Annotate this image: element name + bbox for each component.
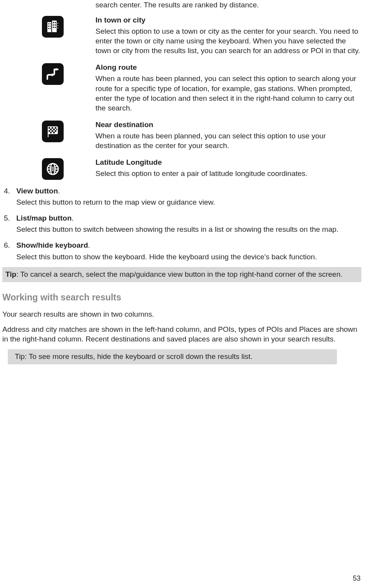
option-desc: Select this option to use a town or city… — [95, 26, 361, 55]
svg-rect-6 — [48, 28, 49, 29]
tip-box-more-results: Tip: To see more results, hide the keybo… — [8, 349, 337, 364]
section-heading: Working with search results — [2, 291, 361, 303]
svg-rect-3 — [50, 23, 50, 24]
step-title: Show/hide keyboard — [16, 241, 88, 249]
svg-rect-26 — [55, 130, 56, 132]
tip-label: Tip — [15, 352, 25, 360]
svg-rect-20 — [55, 127, 56, 129]
option-desc: Select this option to enter a pair of la… — [95, 169, 361, 178]
option-in-town: In town or city Select this option to us… — [2, 15, 361, 61]
option-near-destination: Near destination When a route has been p… — [2, 120, 361, 156]
svg-rect-29 — [48, 126, 49, 137]
svg-rect-11 — [55, 24, 56, 26]
step-desc: Select this button to switch between sho… — [16, 224, 361, 234]
paragraph: Address and city matches are shown in th… — [2, 324, 361, 344]
city-icon — [42, 16, 64, 38]
svg-rect-15 — [57, 25, 58, 26]
step-6: 6. Show/hide keyboard. Select this butto… — [2, 240, 361, 265]
tip-box-cancel-search: Tip: To cancel a search, select the map/… — [2, 267, 361, 282]
svg-rect-9 — [55, 22, 56, 23]
svg-rect-24 — [49, 130, 50, 132]
step-number: 5. — [2, 213, 16, 223]
step-number: 6. — [2, 240, 16, 250]
option-lat-long: Latitude Longitude Select this option to… — [2, 157, 361, 184]
intro-text: search center. The results are ranked by… — [95, 0, 361, 10]
globe-icon — [42, 158, 64, 180]
tip-text: : To cancel a search, select the map/gui… — [16, 270, 342, 278]
svg-rect-4 — [48, 26, 49, 27]
svg-rect-21 — [50, 129, 52, 130]
step-4: 4. View button. Select this button to re… — [2, 186, 361, 211]
svg-rect-2 — [48, 23, 49, 24]
step-desc: Select this button to show the keyboard.… — [16, 252, 361, 262]
step-5: 5. List/map button. Select this button t… — [2, 213, 361, 238]
svg-rect-10 — [53, 24, 54, 26]
svg-rect-8 — [53, 22, 54, 23]
option-desc: When a route has been planned, you can s… — [95, 131, 361, 150]
svg-rect-13 — [55, 27, 56, 28]
svg-rect-0 — [47, 22, 51, 32]
intro-row: search center. The results are ranked by… — [2, 0, 361, 14]
tip-label: Tip — [5, 270, 16, 278]
paragraph: Your search results are shown in two col… — [2, 309, 361, 319]
option-title: Near destination — [95, 120, 361, 129]
tip-text: : To see more results, hide the keyboard… — [25, 352, 253, 360]
option-along-route: Along route When a route has been planne… — [2, 62, 361, 118]
step-title: List/map button — [16, 214, 71, 222]
option-title: Latitude Longitude — [95, 157, 361, 167]
svg-rect-7 — [50, 28, 50, 29]
page-number: 53 — [353, 574, 361, 583]
svg-rect-5 — [50, 26, 50, 27]
svg-rect-23 — [56, 129, 57, 130]
svg-rect-22 — [53, 129, 55, 130]
option-title: Along route — [95, 62, 361, 72]
svg-rect-16 — [57, 28, 58, 28]
svg-rect-1 — [52, 21, 57, 32]
checkered-flag-icon — [42, 121, 64, 142]
svg-rect-27 — [50, 132, 52, 133]
svg-rect-19 — [52, 127, 53, 129]
svg-rect-28 — [53, 132, 55, 133]
step-desc: Select this button to return to the map … — [16, 197, 361, 207]
svg-rect-25 — [52, 130, 53, 132]
svg-rect-18 — [49, 127, 50, 129]
route-icon — [42, 63, 64, 85]
step-number: 4. — [2, 186, 16, 196]
page: search center. The results are ranked by… — [0, 0, 366, 588]
option-title: In town or city — [95, 15, 361, 25]
step-title: View button — [16, 187, 58, 195]
svg-rect-14 — [57, 23, 58, 24]
option-desc: When a route has been planned, you can s… — [95, 74, 361, 112]
svg-rect-12 — [53, 27, 54, 28]
